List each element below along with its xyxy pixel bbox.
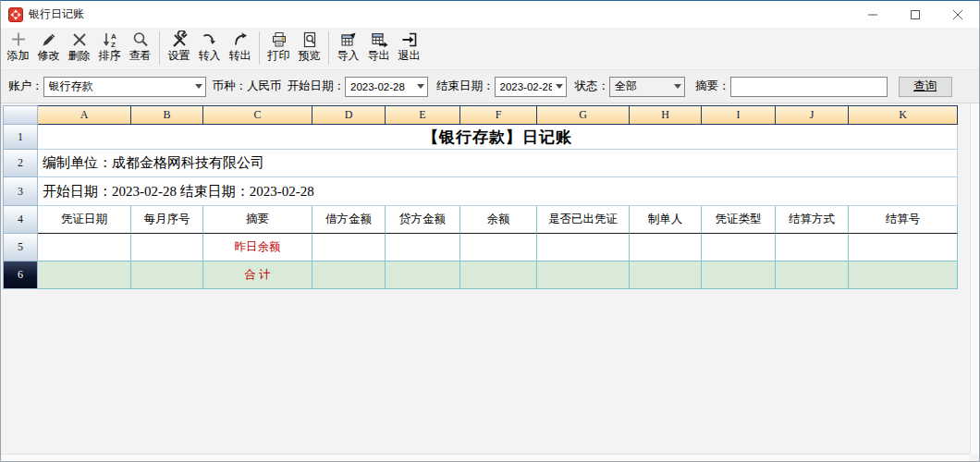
yesterday-balance-cell[interactable]: 昨日余额: [203, 234, 312, 261]
table-cell[interactable]: [312, 261, 386, 289]
table-header-cell[interactable]: 结算方式: [776, 206, 849, 234]
table-cell[interactable]: [849, 234, 958, 261]
column-header[interactable]: G: [537, 105, 630, 125]
exit-door-icon: [399, 30, 420, 49]
table-header-cell[interactable]: 贷方金额: [386, 206, 460, 234]
table-header-cell[interactable]: 凭证日期: [38, 206, 131, 234]
table-header-cell[interactable]: 结算号: [849, 206, 958, 234]
row-header-selected[interactable]: 6: [3, 261, 38, 289]
transfer-out-button[interactable]: 转出: [225, 29, 255, 67]
table-cell[interactable]: [38, 261, 131, 289]
table-cell[interactable]: [630, 261, 702, 289]
table-cell[interactable]: [537, 261, 630, 289]
column-header-row: A B C D E F G H I J K: [3, 105, 958, 125]
row-header[interactable]: 1: [3, 125, 38, 150]
table-cell[interactable]: [460, 261, 537, 289]
table-cell[interactable]: [131, 234, 203, 261]
add-button[interactable]: 添加: [3, 29, 33, 67]
table-header-cell[interactable]: 借方金额: [312, 206, 386, 234]
total-cell[interactable]: 合 计: [203, 261, 312, 289]
printer-icon: [269, 30, 289, 49]
close-icon[interactable]: [937, 1, 979, 28]
query-button[interactable]: 查询: [899, 77, 952, 97]
preview-doc-icon: [300, 30, 320, 49]
account-select[interactable]: 银行存款: [43, 77, 206, 97]
toolbar-label: 退出: [398, 49, 421, 63]
table-cell[interactable]: [312, 234, 386, 261]
table-cell[interactable]: [131, 261, 203, 289]
table-header-cell[interactable]: 凭证类型: [702, 206, 776, 234]
filter-bar: 账户： 银行存款 币种： 人民币 开始日期： 2023-02-28 结束日期： …: [1, 69, 979, 103]
table-header-cell[interactable]: 是否已出凭证: [537, 206, 630, 234]
column-header[interactable]: F: [460, 105, 537, 125]
table-cell[interactable]: [776, 261, 849, 289]
plus-icon: [8, 30, 29, 49]
table-cell[interactable]: [702, 261, 776, 289]
column-header[interactable]: C: [203, 105, 312, 125]
vertical-scrollbar[interactable]: [970, 103, 979, 454]
curve-arrow-out-icon: [230, 30, 251, 49]
summary-input[interactable]: [730, 77, 888, 97]
export-button[interactable]: 导出: [363, 29, 394, 67]
table-header-cell[interactable]: 制单人: [630, 206, 702, 234]
column-header[interactable]: A: [38, 105, 131, 125]
exit-button[interactable]: 退出: [394, 29, 424, 67]
column-header[interactable]: J: [776, 105, 849, 125]
table-header-cell[interactable]: 每月序号: [131, 206, 203, 234]
column-header[interactable]: B: [131, 105, 203, 125]
maximize-icon[interactable]: [894, 1, 937, 28]
curve-arrow-in-icon: [200, 30, 220, 49]
row-header[interactable]: 3: [3, 177, 38, 206]
column-header[interactable]: K: [849, 105, 958, 125]
table-cell[interactable]: [630, 234, 702, 261]
end-date-label: 结束日期：: [436, 79, 495, 94]
status-select[interactable]: 全部: [609, 77, 685, 97]
horizontal-scrollbar[interactable]: [1, 454, 970, 461]
table-cell[interactable]: [849, 261, 958, 289]
settings-button[interactable]: 设置: [164, 29, 194, 67]
view-button[interactable]: 查看: [125, 29, 155, 67]
table-cell[interactable]: [702, 234, 776, 261]
column-header[interactable]: I: [702, 105, 776, 125]
toolbar-label: 查看: [129, 49, 152, 63]
toolbar-label: 打印: [268, 49, 290, 63]
select-all-corner[interactable]: [3, 105, 38, 125]
column-header[interactable]: H: [630, 105, 702, 125]
status-label: 状态：: [575, 79, 610, 94]
account-label: 账户：: [8, 79, 43, 94]
modify-button[interactable]: 修改: [33, 29, 64, 67]
delete-button[interactable]: 删除: [64, 29, 94, 67]
row-header[interactable]: 5: [3, 234, 38, 261]
table-header-cell[interactable]: 摘要: [203, 206, 312, 234]
pencil-icon: [39, 30, 59, 49]
table-cell[interactable]: [460, 234, 537, 261]
table-cell[interactable]: [776, 234, 849, 261]
toolbar-label: 删除: [68, 49, 91, 63]
unit-line-cell[interactable]: 编制单位：成都金格网科技有限公司: [38, 150, 958, 177]
transfer-in-button[interactable]: 转入: [194, 29, 225, 67]
table-cell[interactable]: [537, 234, 630, 261]
minimize-icon[interactable]: [851, 1, 894, 28]
app-icon[interactable]: [8, 7, 23, 22]
date-line-cell[interactable]: 开始日期：2023-02-28 结束日期：2023-02-28: [38, 177, 958, 206]
report-title-cell[interactable]: 【银行存款】日记账: [38, 125, 958, 150]
table-cell[interactable]: [386, 234, 460, 261]
table-cell[interactable]: [386, 261, 460, 289]
start-date-select[interactable]: 2023-02-28: [345, 77, 428, 97]
end-date-select[interactable]: 2023-02-28: [495, 77, 567, 97]
print-button[interactable]: 打印: [263, 29, 294, 67]
row-header[interactable]: 2: [3, 150, 38, 177]
column-header[interactable]: D: [312, 105, 386, 125]
table-cell[interactable]: [38, 234, 131, 261]
sort-button[interactable]: AZ 排序: [94, 29, 125, 67]
magnifier-icon: [130, 30, 151, 49]
table-export-icon: [369, 30, 389, 49]
toolbar-label: 设置: [168, 49, 190, 63]
preview-button[interactable]: 预览: [294, 29, 325, 67]
toolbar-label: 导入: [337, 49, 360, 63]
chevron-down-icon: [195, 84, 202, 89]
table-header-cell[interactable]: 余额: [460, 206, 537, 234]
import-button[interactable]: 导入: [333, 29, 363, 67]
row-header[interactable]: 4: [3, 206, 38, 234]
column-header[interactable]: E: [386, 105, 460, 125]
